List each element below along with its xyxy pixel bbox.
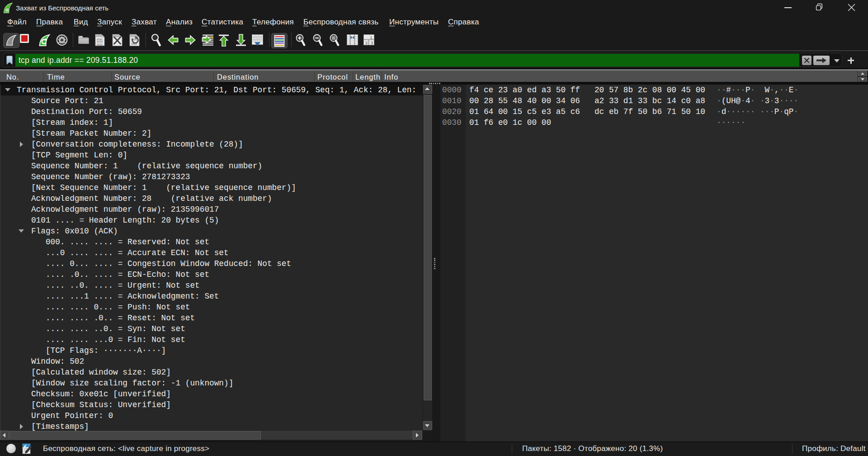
- svg-text:1: 1: [370, 35, 373, 40]
- svg-text:0111: 0111: [97, 43, 103, 46]
- svg-text:2: 2: [365, 41, 368, 45]
- svg-text:3: 3: [371, 41, 373, 45]
